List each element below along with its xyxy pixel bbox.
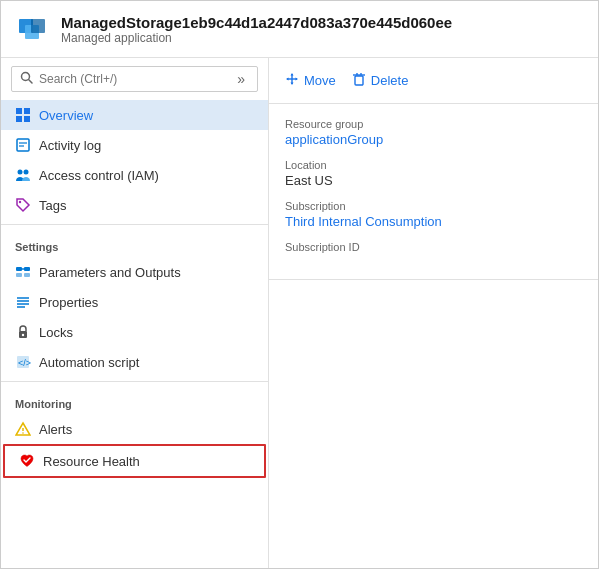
- svg-marker-33: [291, 73, 294, 76]
- svg-rect-37: [355, 76, 363, 85]
- header-text: ManagedStorage1eb9c44d1a2447d083a370e445…: [61, 14, 452, 45]
- delete-button[interactable]: Delete: [352, 68, 409, 93]
- svg-line-4: [29, 80, 32, 83]
- location-item: Location East US: [285, 159, 582, 188]
- sidebar-item-parameters[interactable]: Parameters and Outputs: [1, 257, 268, 287]
- svg-rect-19: [24, 273, 30, 277]
- search-bar[interactable]: »: [11, 66, 258, 92]
- move-button[interactable]: Move: [285, 68, 336, 93]
- delete-icon: [352, 72, 366, 89]
- header: ManagedStorage1eb9c44d1a2447d083a370e445…: [1, 1, 598, 58]
- subscription-label: Subscription: [285, 200, 582, 212]
- subscription-item: Subscription Third Internal Consumption: [285, 200, 582, 229]
- svg-rect-8: [24, 116, 30, 122]
- sidebar-item-access-control-label: Access control (IAM): [39, 168, 159, 183]
- svg-marker-34: [291, 83, 294, 86]
- activity-log-icon: [15, 137, 31, 153]
- svg-point-13: [24, 170, 29, 175]
- automation-icon: </>: [15, 354, 31, 370]
- subscription-id-label: Subscription ID: [285, 241, 582, 253]
- svg-marker-35: [286, 78, 289, 81]
- resource-group-label: Resource group: [285, 118, 582, 130]
- divider-1: [1, 224, 268, 225]
- svg-rect-6: [24, 108, 30, 114]
- app-title: ManagedStorage1eb9c44d1a2447d083a370e445…: [61, 14, 452, 31]
- sidebar-item-automation[interactable]: </> Automation script: [1, 347, 268, 377]
- overview-icon: [15, 107, 31, 123]
- sidebar-item-alerts[interactable]: Alerts: [1, 414, 268, 444]
- app-subtitle: Managed application: [61, 31, 452, 45]
- sidebar-item-activity-log-label: Activity log: [39, 138, 101, 153]
- sidebar-item-parameters-label: Parameters and Outputs: [39, 265, 181, 280]
- svg-point-25: [22, 334, 24, 336]
- sidebar-item-alerts-label: Alerts: [39, 422, 72, 437]
- delete-button-label: Delete: [371, 73, 409, 88]
- resource-group-value[interactable]: applicationGroup: [285, 132, 582, 147]
- sidebar-item-tags-label: Tags: [39, 198, 66, 213]
- svg-text:</>: </>: [18, 358, 31, 368]
- sidebar-item-activity-log[interactable]: Activity log: [1, 130, 268, 160]
- search-input[interactable]: [39, 72, 227, 86]
- toolbar: Move Delete: [269, 58, 598, 104]
- svg-rect-7: [16, 116, 22, 122]
- svg-point-12: [18, 170, 23, 175]
- alerts-icon: [15, 421, 31, 437]
- sidebar: » Overview Acti: [1, 58, 269, 568]
- tags-icon: [15, 197, 31, 213]
- svg-rect-9: [17, 139, 29, 151]
- svg-rect-5: [16, 108, 22, 114]
- sidebar-item-properties[interactable]: Properties: [1, 287, 268, 317]
- properties-icon: [15, 294, 31, 310]
- search-icon: [20, 71, 33, 87]
- info-section: Resource group applicationGroup Location…: [269, 104, 598, 280]
- subscription-value[interactable]: Third Internal Consumption: [285, 214, 582, 229]
- sidebar-item-locks[interactable]: Locks: [1, 317, 268, 347]
- svg-point-30: [22, 432, 24, 434]
- sidebar-item-properties-label: Properties: [39, 295, 98, 310]
- svg-rect-16: [24, 267, 30, 271]
- svg-rect-15: [16, 267, 22, 271]
- sidebar-item-access-control[interactable]: Access control (IAM): [1, 160, 268, 190]
- app-icon: [15, 11, 51, 47]
- sidebar-item-resource-health[interactable]: Resource Health: [3, 444, 266, 478]
- svg-marker-36: [296, 78, 299, 81]
- access-control-icon: [15, 167, 31, 183]
- resource-health-icon: [19, 453, 35, 469]
- resource-group-item: Resource group applicationGroup: [285, 118, 582, 147]
- subscription-id-item: Subscription ID: [285, 241, 582, 253]
- move-button-label: Move: [304, 73, 336, 88]
- sidebar-item-automation-label: Automation script: [39, 355, 139, 370]
- sidebar-item-resource-health-label: Resource Health: [43, 454, 140, 469]
- divider-2: [1, 381, 268, 382]
- location-label: Location: [285, 159, 582, 171]
- content-panel: Move Delete Resource group applicationG: [269, 58, 598, 568]
- svg-point-14: [19, 201, 21, 203]
- svg-rect-18: [16, 273, 22, 277]
- sidebar-item-tags[interactable]: Tags: [1, 190, 268, 220]
- sidebar-item-locks-label: Locks: [39, 325, 73, 340]
- move-icon: [285, 72, 299, 89]
- parameters-icon: [15, 264, 31, 280]
- sidebar-item-overview[interactable]: Overview: [1, 100, 268, 130]
- svg-rect-2: [31, 19, 45, 33]
- locks-icon: [15, 324, 31, 340]
- monitoring-section-label: Monitoring: [1, 386, 268, 414]
- collapse-button[interactable]: »: [233, 71, 249, 87]
- location-value: East US: [285, 173, 582, 188]
- sidebar-item-overview-label: Overview: [39, 108, 93, 123]
- main-layout: » Overview Acti: [1, 58, 598, 568]
- settings-section-label: Settings: [1, 229, 268, 257]
